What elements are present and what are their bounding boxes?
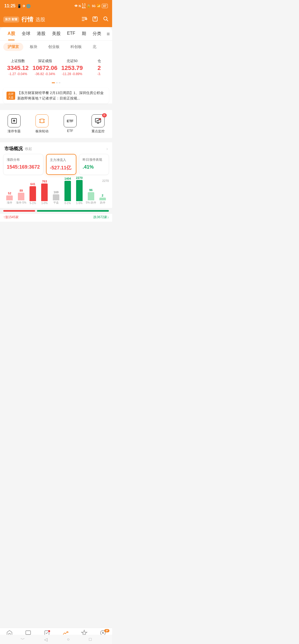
bar-label-8: 跌停 bbox=[100, 201, 105, 205]
bar-visual-5 bbox=[64, 181, 71, 201]
progress-bar bbox=[3, 210, 109, 212]
status-app-icons: 📱 ✈ 🌐 bbox=[17, 4, 31, 8]
shanghai-name: 上证指数 bbox=[4, 59, 31, 63]
index-shanghai[interactable]: 上证指数 3345.12 -1.27 -0.04% bbox=[4, 56, 31, 78]
bar-label-7: 5%-跌停 bbox=[86, 201, 96, 205]
header-actions bbox=[81, 16, 109, 23]
bar-count-4: 169 bbox=[54, 191, 58, 194]
progress-up bbox=[3, 210, 35, 212]
quick-access: 涨停专题 板块轮动 ETF ETF 新 bbox=[0, 110, 112, 138]
tab-etf[interactable]: ETF bbox=[64, 27, 79, 40]
bar-chart-section: 2270 52 涨停 89 涨停-5% 641 5-1% bbox=[0, 178, 112, 208]
progress-down bbox=[37, 210, 109, 212]
logo-box: 东方 财富 bbox=[3, 17, 19, 22]
bar-label-5: 0-1% bbox=[64, 202, 71, 205]
subtab-star[interactable]: 科创板 bbox=[66, 43, 86, 51]
bar-visual-7 bbox=[88, 192, 94, 200]
header-subtitle[interactable]: 选股 bbox=[35, 16, 45, 23]
bar-visual-4 bbox=[53, 194, 59, 200]
news-badge: 点评 大盘 bbox=[6, 92, 15, 100]
progress-flat bbox=[35, 210, 37, 212]
quick-item-etf[interactable]: ETF ETF bbox=[56, 113, 84, 135]
arrow-icon: › bbox=[106, 146, 108, 151]
bar-count-6: 2270 bbox=[76, 176, 83, 179]
tab-a-stock[interactable]: A股 bbox=[4, 27, 18, 40]
bar-count-7: 96 bbox=[89, 188, 93, 192]
progress-label-down: 跌3672家↓ bbox=[93, 215, 109, 220]
subtab-sector[interactable]: 板块 bbox=[25, 43, 42, 51]
bar-visual-3 bbox=[41, 183, 48, 201]
bar-visual-2 bbox=[30, 186, 36, 201]
card-limit-perf-value: .41% bbox=[83, 164, 105, 170]
shenzhen-change: -36.82 -0.34% bbox=[31, 72, 58, 76]
bse50-name: 北证50 bbox=[58, 59, 86, 63]
market-overview-subtitle[interactable]: 收起 bbox=[25, 146, 32, 151]
card-rise-fall[interactable]: 涨跌分布 1545:169:3672 bbox=[3, 154, 43, 175]
card-limit-perf[interactable]: 昨日涨停表现 .41% bbox=[79, 154, 109, 175]
dot-1 bbox=[52, 82, 55, 83]
market-overview-title: 市场概况 bbox=[4, 146, 23, 152]
tabs-container: A股 全球 港股 美股 ETF 期 分类 ≡ 沪深京 板块 创业板 科创板 北 … bbox=[0, 27, 112, 104]
quick-item-sector[interactable]: 板块轮动 bbox=[28, 113, 56, 135]
index-shenzhen[interactable]: 深证成指 10672.06 -36.82 -0.34% bbox=[31, 56, 58, 78]
bar-1to5: 2270 1-5% bbox=[74, 176, 84, 205]
eye-icon: 👁 bbox=[74, 4, 78, 8]
bar-5dt: 96 5%-跌停 bbox=[86, 188, 96, 205]
bar-label-0: 涨停 bbox=[7, 201, 12, 205]
tab-us-stock[interactable]: 美股 bbox=[49, 27, 64, 40]
monitor-new-badge: 新 bbox=[102, 113, 107, 117]
shanghai-value: 3345.12 bbox=[4, 65, 31, 72]
subtab-chinext[interactable]: 创业板 bbox=[44, 43, 64, 51]
subtab-north[interactable]: 北 bbox=[88, 43, 101, 51]
bar-flat: 169 平盘 bbox=[51, 191, 61, 205]
index-bse50[interactable]: 北证50 1253.79 -11.28 -0.89% bbox=[58, 56, 86, 78]
svg-rect-2 bbox=[82, 20, 84, 21]
card-limit-perf-title: 昨日涨停表现 bbox=[83, 157, 105, 162]
index-extra[interactable]: 仓 2 -3. bbox=[86, 56, 112, 78]
dot-2 bbox=[56, 82, 58, 83]
limit-up-icon-box bbox=[8, 114, 21, 127]
shenzhen-value: 10672.06 bbox=[31, 65, 58, 72]
progress-labels: ↑涨1545家 跌3672家↓ bbox=[0, 214, 112, 222]
network-icon: N bbox=[79, 4, 81, 8]
bar-label-6: 1-5% bbox=[76, 202, 82, 205]
card-rise-fall-value: 1545:169:3672 bbox=[7, 164, 40, 170]
divider-1 bbox=[0, 106, 112, 108]
speed-icon: 1.1k/s bbox=[82, 3, 86, 9]
market-overview-section: 市场概况 收起 › 涨跌分布 1545:169:3672 主力净流入 -527.… bbox=[0, 142, 112, 222]
tab-futures[interactable]: 期 bbox=[79, 27, 89, 40]
bar-label-4: 平盘 bbox=[53, 201, 59, 205]
share-icon[interactable] bbox=[92, 16, 98, 23]
bar-limit-down: 2 跌停 bbox=[97, 194, 108, 205]
index-dots bbox=[0, 80, 112, 85]
quick-item-limit-up[interactable]: 涨停专题 bbox=[0, 113, 28, 135]
bar-label-3: 1-0% bbox=[41, 202, 47, 205]
news-banner[interactable]: 点评 大盘 【东方财富财经早餐 2月13日周四】1、深圳住房公积金新政即将落地？… bbox=[3, 88, 109, 104]
subtab-shanghai[interactable]: 沪深京 bbox=[3, 43, 23, 51]
search-icon[interactable] bbox=[103, 16, 109, 23]
svg-point-4 bbox=[86, 18, 87, 19]
section-header: 市场概况 收起 › bbox=[0, 142, 112, 154]
bar-count-8: 2 bbox=[102, 194, 103, 197]
tab-global[interactable]: 全球 bbox=[18, 27, 34, 40]
chart-top-value: 2270 bbox=[3, 179, 109, 183]
bar-limit-up: 52 涨停 bbox=[4, 192, 15, 205]
bar-count-5: 1404 bbox=[64, 177, 71, 180]
bar-label-1: 涨停-5% bbox=[16, 201, 26, 205]
card-net-inflow[interactable]: 主力净流入 -527.11亿 bbox=[46, 154, 76, 175]
etf-label: ETF bbox=[67, 129, 73, 133]
tab-hk-stock[interactable]: 港股 bbox=[34, 27, 49, 40]
svg-rect-0 bbox=[82, 17, 87, 18]
quick-item-monitor[interactable]: 新 重点监控 bbox=[84, 113, 112, 135]
shanghai-change: -1.27 -0.04% bbox=[4, 72, 31, 76]
status-icons: 👁 N 1.1k/s 🔒 5G 📶 87 bbox=[74, 3, 108, 9]
bar-visual-0 bbox=[6, 195, 13, 200]
tab-menu-icon[interactable]: ≡ bbox=[105, 27, 112, 40]
limit-up-label: 涨停专题 bbox=[8, 129, 21, 134]
tab-category[interactable]: 分类 bbox=[89, 27, 105, 40]
card-net-inflow-title: 主力净流入 bbox=[50, 158, 73, 162]
bar-chart: 52 涨停 89 涨停-5% 641 5-1% 76 bbox=[3, 183, 109, 205]
battery-icon: 87 bbox=[102, 4, 108, 8]
filter-icon[interactable] bbox=[81, 16, 87, 23]
sub-tabs: 沪深京 板块 创业板 科创板 北 bbox=[0, 41, 112, 53]
